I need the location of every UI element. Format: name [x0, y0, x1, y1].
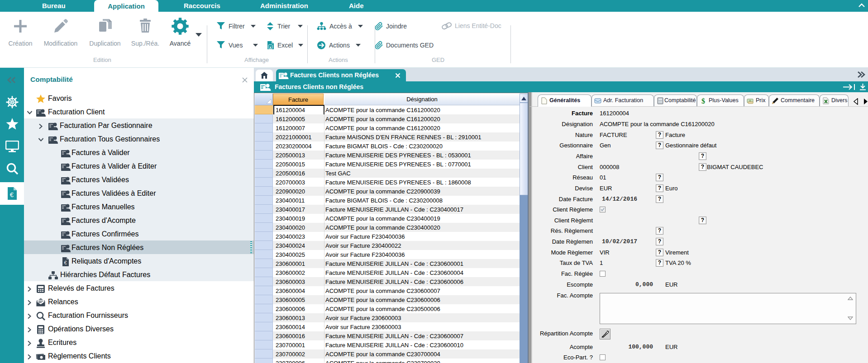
svg-text:€: €	[10, 191, 14, 198]
svg-text:x: x	[269, 45, 272, 49]
